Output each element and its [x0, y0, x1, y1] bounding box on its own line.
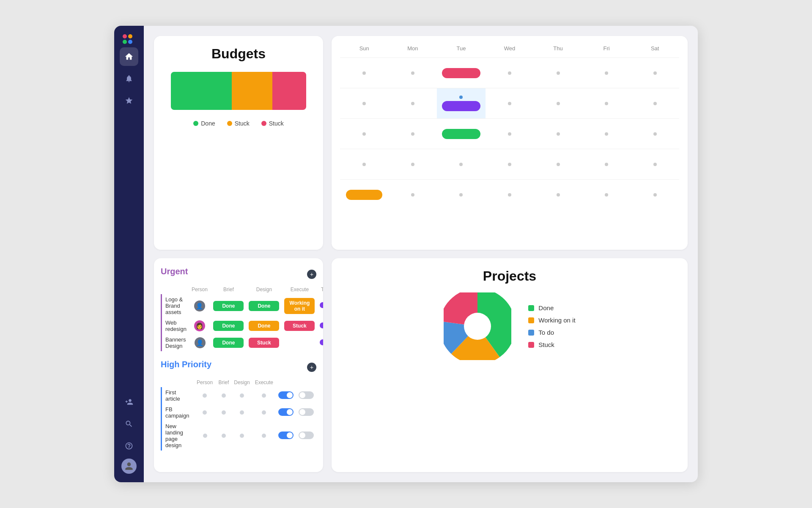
task-design[interactable]: Stuck: [246, 334, 282, 351]
cal-dot: [605, 193, 608, 197]
legend-label-done: Done: [201, 120, 215, 127]
sidebar-item-notifications[interactable]: [120, 69, 138, 88]
col-header-design: Design: [231, 378, 252, 387]
legend-color-todo: [528, 330, 534, 336]
legend-label-stuck1: Stuck: [235, 120, 250, 127]
cal-event-purple[interactable]: [442, 101, 481, 111]
cal-dot: [508, 163, 511, 166]
grey-dot: [240, 393, 244, 398]
task-execute: [252, 404, 276, 421]
task-timeline: [317, 294, 323, 317]
projects-content: Done Working on it To do Stuck: [342, 292, 678, 360]
cal-cell-green: [437, 119, 486, 149]
cal-dot: [362, 132, 366, 136]
status-badge-stuck: Stuck: [284, 321, 315, 331]
task-brief: [216, 387, 232, 404]
cal-dot: [605, 163, 608, 166]
legend-label-stuck2: Stuck: [269, 120, 284, 127]
task-person: 👤: [189, 334, 211, 351]
cal-day-mon: Mon: [389, 43, 437, 54]
cal-event-orange[interactable]: [346, 190, 382, 200]
legend-row-working: Working on it: [528, 317, 575, 324]
col-header-person: Person: [194, 378, 216, 387]
task-execute: [252, 421, 276, 451]
cal-row-5: [340, 179, 679, 210]
task-name: Logo & Brand assets: [162, 294, 189, 317]
urgent-add-button[interactable]: +: [307, 270, 316, 279]
legend-row-done: Done: [528, 304, 575, 311]
task-toggle[interactable]: [276, 387, 296, 404]
cal-day-fri: Fri: [582, 43, 631, 54]
task-brief[interactable]: Done: [211, 294, 246, 317]
task-design[interactable]: Done: [246, 294, 282, 317]
task-execute[interactable]: Stuck: [282, 317, 317, 334]
budgets-card: Budgets Done Stuck Stuck: [154, 36, 323, 250]
sidebar-item-users[interactable]: [120, 393, 138, 411]
cal-dot: [508, 102, 511, 105]
toggle-on[interactable]: [278, 408, 294, 416]
task-toggle[interactable]: [276, 404, 296, 421]
cal-cell: [582, 180, 631, 210]
sidebar-item-search[interactable]: [120, 415, 138, 433]
cal-dot: [508, 132, 511, 136]
task-extra: [296, 387, 316, 404]
cal-dot: [653, 163, 657, 166]
task-brief[interactable]: Done: [211, 317, 246, 334]
grey-dot: [240, 434, 244, 438]
cal-day-tue: Tue: [437, 43, 486, 54]
cal-dot: [605, 132, 608, 136]
toggle-off[interactable]: [299, 391, 314, 399]
high-add-button[interactable]: +: [307, 363, 316, 372]
cal-cell: [340, 119, 389, 149]
task-design: [231, 421, 252, 451]
task-brief[interactable]: Done: [211, 334, 246, 351]
grey-dot: [262, 410, 266, 415]
cal-day-thu: Thu: [534, 43, 582, 54]
app-logo[interactable]: [123, 34, 135, 44]
status-badge-done: Done: [213, 321, 244, 331]
legend-color-done: [528, 305, 534, 311]
cal-event-pink[interactable]: [442, 68, 481, 78]
sidebar-item-help[interactable]: [120, 437, 138, 455]
user-avatar[interactable]: [121, 459, 137, 474]
budget-segment-done: [171, 72, 232, 110]
cal-dot: [411, 71, 414, 75]
cal-dot: [459, 193, 463, 197]
cal-row-3: [340, 118, 679, 149]
task-toggle[interactable]: [276, 421, 296, 451]
cal-cell: [534, 149, 582, 179]
cal-dot: [411, 132, 414, 136]
timeline-bar: [320, 322, 323, 328]
legend-row-todo: To do: [528, 329, 575, 336]
cal-dot: [362, 163, 366, 166]
cal-row-4: [340, 149, 679, 179]
cal-dot: [362, 102, 366, 105]
toggle-off[interactable]: [299, 408, 314, 416]
projects-card: Projects Done: [332, 258, 688, 472]
toggle-off[interactable]: [299, 432, 314, 439]
task-design[interactable]: Done: [246, 317, 282, 334]
cal-cell: [389, 119, 437, 149]
projects-title: Projects: [342, 268, 678, 284]
legend-dot-stuck2: [261, 121, 266, 126]
toggle-on[interactable]: [278, 391, 294, 399]
projects-legend: Done Working on it To do Stuck: [528, 304, 575, 348]
sidebar-item-home[interactable]: [120, 47, 138, 66]
cal-event-green[interactable]: [442, 129, 481, 139]
col-header-timeline: Timeline: [317, 285, 323, 294]
cal-cell: [631, 58, 679, 88]
budget-segment-stuck1: [232, 72, 272, 110]
cal-cell: [437, 149, 486, 179]
cal-dot-blue: [459, 96, 463, 99]
urgent-title: Urgent: [161, 267, 188, 276]
sidebar-item-favorites[interactable]: [120, 91, 138, 110]
task-execute[interactable]: Working on it: [282, 294, 317, 317]
cal-cell: [534, 88, 582, 118]
cal-dot: [557, 163, 560, 166]
task-person: [194, 387, 216, 404]
table-row: Logo & Brand assets 👤 Done Done Working …: [162, 294, 324, 317]
toggle-on[interactable]: [278, 432, 294, 439]
legend-color-stuck: [528, 342, 534, 348]
app-container: Budgets Done Stuck Stuck: [114, 26, 698, 482]
cal-day-wed: Wed: [486, 43, 534, 54]
